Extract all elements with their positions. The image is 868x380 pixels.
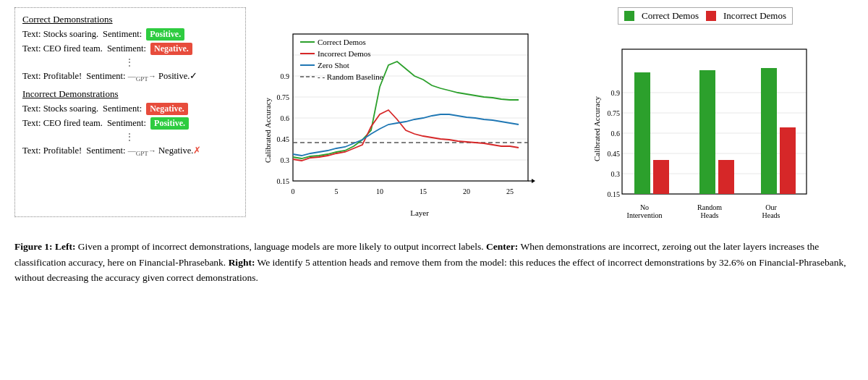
svg-text:0.3: 0.3: [281, 156, 290, 164]
caption-center-bold: Center:: [486, 241, 518, 252]
caption-right-bold: Right:: [229, 257, 255, 268]
svg-text:15: 15: [420, 187, 427, 195]
svg-text:0.3: 0.3: [611, 170, 621, 178]
caption-figure-prefix: Figure 1:: [14, 241, 53, 252]
incorrect-row-2-badge: Positive.: [150, 117, 189, 130]
left-panel: Correct Demonstrations Text: Stocks soar…: [14, 7, 246, 217]
main-container: Correct Demonstrations Text: Stocks soar…: [0, 0, 868, 296]
right-chart-svg: Calibrated Accuracy 0.15 0.3 0.45 0.6 0.…: [590, 28, 821, 229]
svg-text:25: 25: [506, 187, 514, 195]
incorrect-row-1-text: Text: Stocks soaring.: [22, 104, 98, 114]
svg-text:10: 10: [376, 187, 383, 195]
group1-incorrect-bar: [653, 160, 669, 194]
incorrect-demonstrations-title: Incorrect Demonstrations: [22, 88, 238, 100]
group2-correct-bar: [699, 70, 715, 194]
svg-text:0.9: 0.9: [281, 72, 290, 80]
divider-dots-1: ⋮: [22, 57, 238, 68]
svg-marker-22: [532, 179, 535, 183]
correct-legend-label: Correct Demos: [642, 10, 699, 22]
caption-left-bold: Left:: [55, 241, 75, 252]
center-x-axis-label: Layer: [410, 208, 429, 217]
correct-legend-box: [624, 11, 634, 21]
svg-text:Calibrated Accuracy: Calibrated Accuracy: [592, 96, 601, 161]
group2-incorrect-bar: [718, 160, 734, 194]
correct-row-2: Text: CEO fired team. Sentiment: Negativ…: [22, 43, 238, 55]
correct-row-1-sentiment-label: Sentiment:: [103, 29, 142, 40]
caption-left-text: Given a prompt of incorrect demonstratio…: [78, 241, 484, 252]
group1-correct-bar: [634, 72, 650, 194]
incorrect-row-1-badge: Negative.: [146, 103, 188, 115]
svg-text:0.6: 0.6: [611, 130, 621, 138]
incorrect-row-1-sentiment-label: Sentiment:: [103, 104, 142, 114]
center-chart-panel: Calibrated Accuracy Layer 0.1: [253, 7, 550, 221]
svg-text:0.6: 0.6: [281, 114, 290, 122]
correct-demonstrations-title: Correct Demonstrations: [22, 14, 238, 25]
svg-text:0: 0: [292, 187, 295, 195]
svg-text:Heads: Heads: [762, 211, 780, 219]
svg-text:Correct Demos: Correct Demos: [318, 38, 366, 46]
incorrect-row-2-sentiment-label: Sentiment:: [107, 118, 146, 129]
center-y-ticks: 0.15 0.3 0.45 0.6 0.75 0.9: [277, 34, 529, 185]
correct-row-2-sentiment-label: Sentiment:: [107, 43, 146, 54]
zero-shot-line: [293, 114, 519, 156]
correct-row-2-badge: Negative.: [150, 43, 192, 55]
svg-text:Intervention: Intervention: [627, 211, 663, 219]
svg-text:0.75: 0.75: [277, 93, 290, 101]
right-legend: Correct Demos Incorrect Demos: [618, 7, 793, 25]
correct-gpt-row: Text: Profitable! Sentiment: —GPT→ Posit…: [22, 70, 238, 83]
svg-text:5: 5: [335, 187, 339, 195]
incorrect-gpt-row: Text: Profitable! Sentiment: —GPT→ Negat…: [22, 145, 238, 157]
svg-text:Zero Shot: Zero Shot: [318, 61, 349, 69]
svg-text:0.45: 0.45: [608, 150, 621, 158]
svg-text:Random: Random: [697, 203, 722, 211]
svg-text:Our: Our: [765, 203, 777, 211]
incorrect-demos-line: [293, 110, 519, 161]
svg-text:Incorrect Demos: Incorrect Demos: [318, 49, 371, 58]
svg-text:0.15: 0.15: [608, 190, 621, 198]
incorrect-row-2-text: Text: CEO fired team.: [22, 118, 103, 129]
correct-gpt-text: Text: Profitable! Sentiment: —GPT→ Posit…: [22, 70, 197, 83]
correct-row-1-text: Text: Stocks soaring.: [22, 29, 98, 40]
group3-correct-bar: [761, 68, 777, 194]
svg-text:No: No: [640, 203, 649, 211]
figure-caption: Figure 1: Left: Given a prompt of incorr…: [14, 236, 854, 289]
svg-text:20: 20: [463, 187, 470, 195]
center-legend: Correct Demos Incorrect Demos Zero Shot …: [300, 38, 383, 81]
incorrect-row-2: Text: CEO fired team. Sentiment: Positiv…: [22, 117, 238, 130]
svg-text:0.75: 0.75: [608, 109, 621, 117]
group3-incorrect-bar: [780, 127, 796, 194]
correct-row-2-text: Text: CEO fired team.: [22, 43, 103, 54]
incorrect-row-1: Text: Stocks soaring. Sentiment: Negativ…: [22, 103, 238, 115]
correct-row-1-badge: Positive.: [146, 28, 184, 41]
svg-text:Heads: Heads: [701, 211, 719, 219]
top-row: Correct Demonstrations Text: Stocks soar…: [14, 7, 854, 229]
correct-row-1: Text: Stocks soaring. Sentiment: Positiv…: [22, 28, 238, 41]
divider-dots-2: ⋮: [22, 132, 238, 143]
svg-text:- - Random Baseline: - - Random Baseline: [318, 72, 383, 81]
incorrect-gpt-text: Text: Profitable! Sentiment: —GPT→ Negat…: [22, 145, 201, 157]
incorrect-legend-label: Incorrect Demos: [723, 10, 786, 22]
center-x-ticks: 0 5 10 15 20 25: [292, 187, 514, 195]
incorrect-legend-box: [706, 11, 716, 21]
right-chart-panel: Correct Demos Incorrect Demos Calibrated…: [557, 7, 854, 229]
svg-text:0.45: 0.45: [277, 135, 290, 143]
svg-text:0.9: 0.9: [611, 89, 621, 97]
svg-text:0.15: 0.15: [277, 177, 290, 185]
center-y-axis-label: Calibrated Accuracy: [263, 97, 272, 163]
center-chart-svg: Calibrated Accuracy Layer 0.1: [260, 7, 542, 221]
